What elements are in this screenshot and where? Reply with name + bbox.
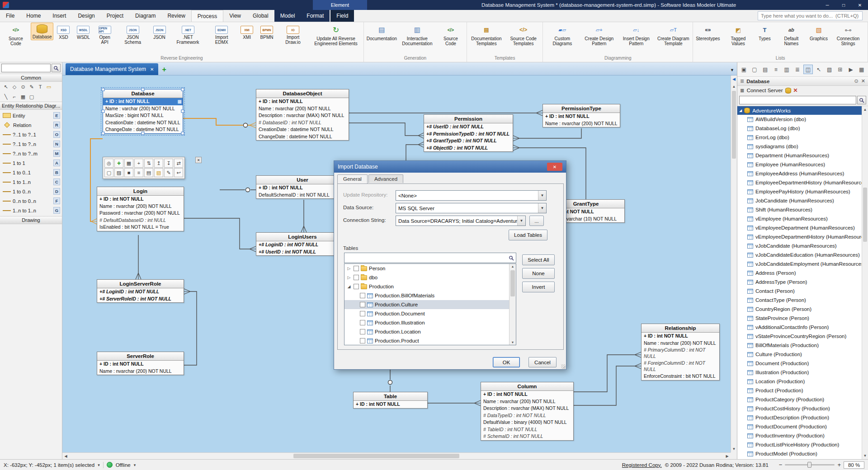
ribbon-tab-project[interactable]: Project — [101, 10, 129, 22]
dialog-tree-item[interactable]: Production.Product — [344, 336, 509, 345]
scroll-up-icon[interactable]: ▲ — [731, 85, 737, 89]
entity-attribute[interactable]: Description : nvarchar (MAX) NOT NULL — [481, 405, 573, 412]
panel-menu-icon[interactable]: ≣ — [740, 78, 744, 84]
search-icon[interactable] — [857, 96, 866, 104]
database-icon[interactable]: ◫ — [803, 65, 813, 74]
ribbon-tab-diagram[interactable]: Diagram — [129, 10, 161, 22]
database-table-item[interactable]: ProductModel (Production) — [737, 449, 862, 458]
database-table-item[interactable]: Employee (HumanResources) — [737, 160, 862, 169]
scroll-down-icon[interactable]: ▼ — [509, 341, 516, 344]
registered-copy-link[interactable]: Registered Copy. — [622, 462, 662, 468]
tool-connector-icon[interactable]: ⌐ — [10, 93, 19, 101]
ribbon-tab-global[interactable]: Global — [247, 10, 274, 22]
ribbon-button-custom-diagrams[interactable]: ▰▱Custom Diagrams — [544, 23, 580, 47]
ribbon-button-source-code-templates[interactable]: </>Source Code Templates — [505, 23, 542, 47]
entity-databaseobject[interactable]: DatabaseObject+ ID : int NOT NULLName : … — [256, 89, 349, 141]
database-table-item[interactable]: vJobCandidate (HumanResources) — [737, 241, 862, 250]
quick-search-input[interactable] — [758, 11, 863, 20]
database-table-item[interactable]: CountryRegion (Person) — [737, 305, 862, 314]
checkbox[interactable] — [354, 284, 359, 289]
entity-attribute[interactable]: + ID : int NOT NULL — [256, 98, 349, 105]
database-table-item[interactable]: Address (Person) — [737, 268, 862, 277]
cancel-button[interactable]: Cancel — [528, 357, 557, 367]
ribbon-button-stereotypes[interactable]: «»Stereotypes — [694, 23, 722, 42]
tool-frame-icon[interactable]: ▢ — [28, 93, 36, 101]
ribbon-button-open-api[interactable]: OPEN APIOpen API — [93, 23, 116, 46]
entity-attribute[interactable]: +# LoginID : int NOT NULL — [97, 288, 184, 296]
ribbon-button-import-draw-io[interactable]: IOImport Draw.io — [277, 23, 309, 46]
button-invert[interactable]: Invert — [522, 282, 555, 292]
entity-attribute[interactable]: # DatabaseID : int NOT NULL — [256, 119, 349, 127]
database-table-item[interactable]: ErrorLog (dbo) — [737, 133, 862, 142]
entity-attribute[interactable]: # ForeignColumnID : int NOT NULL — [642, 360, 719, 373]
tool-pencil-icon[interactable]: ✎ — [28, 83, 36, 91]
ribbon-button-source-code[interactable]: </>Source Code — [436, 23, 466, 47]
database-table-item[interactable]: Illustration (Production) — [737, 368, 862, 377]
chevron-down-icon[interactable]: ▾ — [134, 463, 136, 467]
scroll-down-icon[interactable]: ▼ — [731, 447, 737, 451]
ribbon-button-database[interactable]: Database — [31, 23, 53, 40]
entity-attribute[interactable]: + ID : int NOT NULL — [97, 196, 184, 203]
selection-handle[interactable] — [102, 110, 105, 113]
sliders-icon[interactable]: ≡ — [771, 65, 781, 74]
ribbon-button-json[interactable]: JSONJSON — [150, 23, 170, 41]
database-table-item[interactable]: Department (HumanResources) — [737, 151, 862, 160]
offline-status[interactable]: Offline — [116, 462, 131, 468]
scrollbar-thumb[interactable] — [510, 270, 515, 296]
entity-login[interactable]: Login+ ID : int NOT NULLName : nvarchar … — [97, 187, 184, 231]
checkbox[interactable] — [354, 266, 359, 271]
palette-item-1-to-1-n[interactable]: 1 to 1..nC — [0, 177, 62, 187]
database-table-item[interactable]: ProductDocument (Production) — [737, 422, 862, 431]
database-table-item[interactable]: Document (Production) — [737, 359, 862, 368]
mini-reset-icon[interactable]: ↩ — [174, 168, 183, 177]
dialog-tree-item[interactable]: Production.Document — [344, 309, 509, 318]
search-icon[interactable] — [52, 64, 61, 72]
update-repository-select[interactable]: <None>▼ — [396, 190, 547, 201]
mini-fill-white-icon[interactable]: ▢ — [104, 168, 113, 177]
entity-attribute[interactable]: EnforceConstraint : bit NOT NULL — [642, 373, 719, 380]
chart-icon[interactable]: ▥ — [782, 65, 792, 74]
mini-plus-icon[interactable]: + — [134, 159, 143, 168]
section-drawing[interactable]: Drawing — [0, 216, 62, 224]
dialog-tree-item[interactable]: Production.Illustration — [344, 318, 509, 327]
tab-general[interactable]: General — [337, 174, 368, 183]
entity-attribute[interactable]: +# ServerRoleID : int NOT NULL — [97, 296, 184, 303]
connect-server-button[interactable]: ≣ Connect Server ✕ — [737, 86, 868, 95]
ribbon-button-documentation[interactable]: ▤Documentation — [365, 23, 399, 42]
tables-filter[interactable] — [344, 253, 516, 263]
ribbon-button-create-diagram-template[interactable]: ▱TCreate Diagram Template — [655, 23, 692, 47]
database-table-item[interactable]: DatabaseLog (dbo) — [737, 124, 862, 133]
tool-grid-icon[interactable]: ▦ — [19, 93, 27, 101]
database-table-item[interactable]: vJobCandidateEducation (HumanResources) — [737, 250, 862, 259]
entity-attribute[interactable]: MaxSize : bigint NOT NULL — [103, 112, 183, 119]
ribbon-button-connection-strings[interactable]: o–oConnection Strings — [830, 23, 867, 47]
palette-item-1-to-n[interactable]: ?..1 to ?..nN — [0, 139, 62, 149]
palette-item-1-to-1[interactable]: 1 to 1A — [0, 158, 62, 168]
entity-attribute[interactable]: # TableID : int NOT NULL — [481, 426, 573, 433]
database-table-item[interactable]: sysdiagrams (dbo) — [737, 142, 862, 151]
palette-item-relation[interactable]: RelationR — [0, 120, 62, 130]
ribbon-button-update-all-reverse-engineered-elements[interactable]: ↻Update All Reverse Engineered Elements — [309, 23, 363, 47]
scroll-up-icon[interactable]: ▲ — [862, 108, 868, 112]
database-table-item[interactable]: StateProvince (Person) — [737, 314, 862, 323]
palette-item-0-n-to-0-n[interactable]: 0..n to 0..nF — [0, 196, 62, 206]
database-table-item[interactable]: Product (Production) — [737, 386, 862, 395]
table-filter-input[interactable] — [739, 96, 856, 104]
database-table-item[interactable]: ProductInventory (Production) — [737, 431, 862, 440]
palette-item-1-to-0-1[interactable]: 1 to 0..1B — [0, 168, 62, 177]
entity-attribute[interactable]: Name : varchar (200) NOT NULL — [103, 105, 183, 113]
ribbon-tab-model[interactable]: Model — [274, 10, 301, 22]
scrollbar-thumb[interactable] — [293, 454, 459, 458]
database-table-item[interactable]: ProductDescription (Production) — [737, 413, 862, 422]
database-table-item[interactable]: Contact (Person) — [737, 287, 862, 296]
dialog-titlebar[interactable]: Import Database ✕ — [334, 161, 566, 173]
toolbox-search-input[interactable] — [1, 64, 51, 72]
database-table-item[interactable]: Shift (HumanResources) — [737, 205, 862, 214]
selection-handle[interactable] — [142, 132, 145, 135]
entity-loginserverrole[interactable]: LoginServerRole+# LoginID : int NOT NULL… — [97, 279, 184, 303]
ribbon-tab-view[interactable]: View — [223, 10, 247, 22]
entity-table[interactable]: Table+ ID : int NOT NULL — [353, 392, 428, 409]
section-common[interactable]: Common — [0, 74, 62, 82]
entity-attribute[interactable]: Description : nvarchar (MAX) NOT NULL — [256, 112, 349, 119]
mini-reorder-icon[interactable]: ⇅ — [144, 159, 153, 168]
